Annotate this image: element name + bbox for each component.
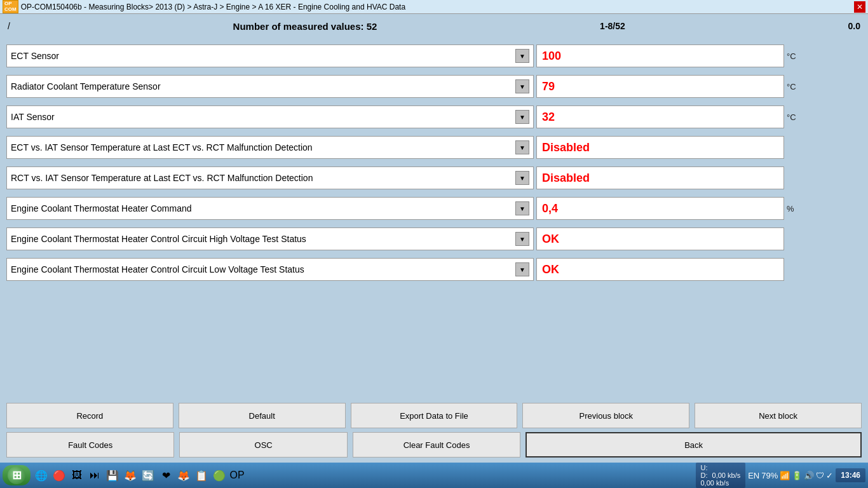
sensor-name-2: IAT Sensor	[11, 112, 515, 122]
sensor-name-3: ECT vs. IAT Sensor Temperature at Last E…	[11, 142, 515, 152]
language-indicator: EN	[748, 471, 759, 480]
dropdown-arrow-icon-0[interactable]: ▼	[515, 49, 529, 63]
sensor-dropdown-1[interactable]: Radiator Coolant Temperature Sensor▼	[6, 75, 534, 98]
sensor-name-4: RCT vs. IAT Sensor Temperature at Last E…	[11, 173, 515, 183]
save-icon[interactable]: 💾	[104, 467, 121, 484]
sensor-unit-1: °C	[784, 82, 803, 92]
signal-icon: 📶	[780, 471, 790, 480]
sensor-name-6: Engine Coolant Thermostat Heater Control…	[11, 234, 515, 244]
button-row-1: RecordDefaultExport Data to FilePrevious…	[6, 403, 862, 428]
sensor-name-1: Radiator Coolant Temperature Sensor	[11, 81, 515, 92]
firefox-icon[interactable]: 🦊	[122, 467, 139, 484]
export-button[interactable]: Export Data to File	[351, 403, 518, 428]
dropdown-arrow-icon-7[interactable]: ▼	[515, 262, 529, 276]
header-value: 0.0	[848, 21, 860, 31]
sensor-value-4: Disabled	[536, 166, 784, 189]
antivirus-icon[interactable]: 🔴	[51, 467, 67, 484]
button-area: RecordDefaultExport Data to FilePrevious…	[0, 403, 868, 461]
sensor-value-3: Disabled	[536, 136, 784, 159]
block-range: 1-8/52	[600, 21, 625, 31]
sensor-value-0: 100	[536, 44, 784, 67]
sensor-row: ECT Sensor▼100°C	[6, 42, 862, 70]
start-button[interactable]: ⊞	[3, 465, 31, 485]
sensor-value-7: OK	[536, 258, 784, 281]
taskbar-icon-11[interactable]: OP	[229, 467, 245, 484]
image-icon[interactable]: 🖼	[69, 467, 85, 484]
window-title: OP-COM150406b - Measuring Blocks> 2013 (…	[21, 3, 405, 11]
opcom-icon[interactable]: 🟢	[211, 467, 227, 484]
header-row: / Number of measured values: 52 1-8/52 0…	[0, 14, 868, 38]
sensor-row: ECT vs. IAT Sensor Temperature at Last E…	[6, 133, 862, 161]
refresh-icon[interactable]: 🔄	[140, 467, 156, 484]
dropdown-arrow-icon-1[interactable]: ▼	[515, 79, 529, 93]
sensor-name-0: ECT Sensor	[11, 51, 515, 61]
taskbar-right: U:D: 0,00 kb/s0,00 kb/s EN 79% 📶 🔋 🔊 🛡 ✓…	[696, 463, 866, 488]
main-content: ECT Sensor▼100°CRadiator Coolant Tempera…	[0, 38, 868, 290]
heart-icon[interactable]: ❤	[158, 467, 174, 484]
taskbar-icons: 🌐🔴🖼⏭💾🦊🔄❤🦊📋🟢OP	[33, 467, 245, 484]
sensor-unit-2: °C	[784, 112, 803, 122]
title-bar-left: OPCOM OP-COM150406b - Measuring Blocks> …	[3, 0, 405, 13]
dropdown-arrow-icon-2[interactable]: ▼	[515, 110, 529, 124]
taskbar: ⊞ 🌐🔴🖼⏭💾🦊🔄❤🦊📋🟢OP U:D: 0,00 kb/s0,00 kb/s …	[0, 463, 868, 488]
sensor-name-7: Engine Coolant Thermostat Heater Control…	[11, 264, 515, 274]
sensor-dropdown-0[interactable]: ECT Sensor▼	[6, 44, 534, 67]
network-label: U:D:	[701, 464, 708, 479]
sensor-row: Engine Coolant Thermostat Heater Control…	[6, 225, 862, 253]
measured-values-label: Number of measured values: 52	[233, 21, 377, 32]
sensor-row: Radiator Coolant Temperature Sensor▼79°C	[6, 72, 862, 100]
sensor-value-5: 0,4	[536, 197, 784, 220]
network-info: U:D: 0,00 kb/s0,00 kb/s	[696, 463, 746, 488]
sensor-row: Engine Coolant Thermostat Heater Command…	[6, 194, 862, 222]
fault-codes-button[interactable]: Fault Codes	[6, 432, 174, 458]
back-button[interactable]: Back	[526, 432, 862, 458]
volume-icon: 🔊	[804, 471, 814, 480]
sensor-name-5: Engine Coolant Thermostat Heater Command	[11, 203, 515, 214]
clipboard-icon[interactable]: 📋	[193, 467, 210, 484]
app-icon: OPCOM	[3, 0, 18, 13]
sensor-row: Engine Coolant Thermostat Heater Control…	[6, 255, 862, 283]
sensor-row: IAT Sensor▼32°C	[6, 103, 862, 131]
windows-logo: ⊞	[8, 466, 25, 484]
dropdown-arrow-icon-3[interactable]: ▼	[515, 140, 529, 154]
dropdown-arrow-icon-5[interactable]: ▼	[515, 201, 529, 215]
browser-icon[interactable]: 🌐	[33, 467, 50, 484]
next-block-button[interactable]: Next block	[695, 403, 862, 428]
sensor-dropdown-3[interactable]: ECT vs. IAT Sensor Temperature at Last E…	[6, 136, 534, 159]
sensor-dropdown-5[interactable]: Engine Coolant Thermostat Heater Command…	[6, 197, 534, 220]
prev-block-button[interactable]: Previous block	[522, 403, 689, 428]
sensor-dropdown-2[interactable]: IAT Sensor▼	[6, 105, 534, 128]
title-bar: OPCOM OP-COM150406b - Measuring Blocks> …	[0, 0, 868, 14]
record-button[interactable]: Record	[6, 403, 173, 428]
clear-fault-button[interactable]: Clear Fault Codes	[353, 432, 520, 458]
sensor-value-2: 32	[536, 105, 784, 128]
button-row-2: Fault CodesOSCClear Fault CodesBack	[6, 432, 862, 458]
dropdown-arrow-icon-4[interactable]: ▼	[515, 171, 529, 185]
checkmark-icon: ✓	[826, 471, 833, 480]
close-button[interactable]: ✕	[854, 1, 865, 13]
default-button[interactable]: Default	[179, 403, 346, 428]
osc-button[interactable]: OSC	[179, 432, 347, 458]
sensor-dropdown-6[interactable]: Engine Coolant Thermostat Heater Control…	[6, 227, 534, 250]
sys-icons: EN 79% 📶 🔋 🔊 🛡 ✓	[748, 471, 833, 480]
security-icon: 🛡	[816, 471, 824, 480]
header-slash: /	[8, 21, 10, 31]
opera-icon[interactable]: 🦊	[175, 467, 192, 484]
media-icon[interactable]: ⏭	[86, 467, 103, 484]
sensor-value-1: 79	[536, 75, 784, 98]
sensor-unit-0: °C	[784, 51, 803, 61]
battery-icon: 🔋	[792, 471, 802, 480]
sensor-dropdown-7[interactable]: Engine Coolant Thermostat Heater Control…	[6, 258, 534, 281]
battery-percent: 79%	[761, 471, 778, 480]
clock: 13:46	[836, 468, 865, 482]
sensor-row: RCT vs. IAT Sensor Temperature at Last E…	[6, 164, 862, 192]
dropdown-arrow-icon-6[interactable]: ▼	[515, 232, 529, 246]
sensor-dropdown-4[interactable]: RCT vs. IAT Sensor Temperature at Last E…	[6, 166, 534, 189]
sensor-unit-5: %	[784, 204, 803, 214]
sensor-value-6: OK	[536, 227, 784, 250]
